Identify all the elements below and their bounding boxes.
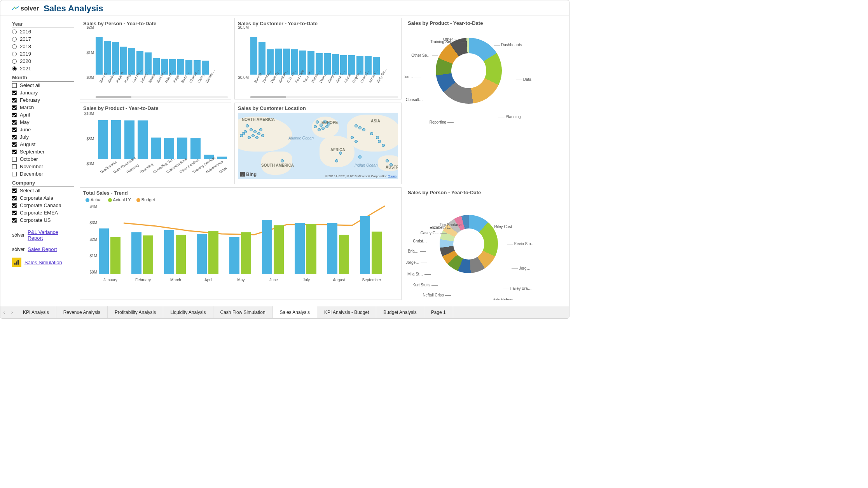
map-point[interactable] xyxy=(351,136,354,139)
map-point[interactable] xyxy=(246,124,249,127)
bar-actual[interactable] xyxy=(327,223,337,274)
map-point[interactable] xyxy=(323,120,327,123)
sheet-tab[interactable]: Liquidity Analysis xyxy=(163,306,213,319)
month-option[interactable]: September xyxy=(12,148,74,155)
bar-actual-ly[interactable] xyxy=(241,232,251,274)
report-link[interactable]: P&L Variance Report xyxy=(28,229,74,241)
sheet-tab[interactable]: Profitability Analysis xyxy=(108,306,163,319)
map-point[interactable] xyxy=(320,124,323,127)
sheet-tab[interactable]: Revenue Analysis xyxy=(56,306,108,319)
map-point[interactable] xyxy=(316,120,319,124)
sheet-tab[interactable]: Cash Flow Simulation xyxy=(213,306,273,319)
map-point[interactable] xyxy=(389,163,393,166)
month-option[interactable]: April xyxy=(12,111,74,119)
bar-actual[interactable] xyxy=(131,232,141,274)
map-point[interactable] xyxy=(281,159,284,162)
map-point[interactable] xyxy=(355,124,358,127)
company-select-all[interactable]: Select all xyxy=(12,187,74,194)
month-option[interactable]: August xyxy=(12,141,74,148)
month-option[interactable]: June xyxy=(12,126,74,133)
month-option[interactable]: July xyxy=(12,133,74,141)
map-point[interactable] xyxy=(253,130,257,133)
bar-actual-ly[interactable] xyxy=(110,237,121,274)
month-select-all[interactable]: Select all xyxy=(12,82,74,89)
bar-actual-ly[interactable] xyxy=(372,232,382,274)
terms-link[interactable]: Terms xyxy=(388,174,396,178)
map-point[interactable] xyxy=(362,128,365,131)
month-option[interactable]: February xyxy=(12,96,74,104)
bar-actual-ly[interactable] xyxy=(143,235,153,274)
bar[interactable] xyxy=(177,138,187,159)
bar[interactable] xyxy=(250,37,257,75)
map-point[interactable] xyxy=(325,125,328,128)
map-point[interactable] xyxy=(248,136,251,139)
sheet-tab[interactable]: Budget Analysis xyxy=(376,306,424,319)
bar[interactable] xyxy=(124,120,134,159)
map-point[interactable] xyxy=(339,152,342,155)
bar-actual[interactable] xyxy=(262,220,272,274)
year-option-2018[interactable]: 2018 xyxy=(12,43,74,50)
bar[interactable] xyxy=(151,138,161,159)
year-option-2020[interactable]: 2020 xyxy=(12,58,74,65)
map-point[interactable] xyxy=(378,140,381,143)
bar-actual[interactable] xyxy=(164,230,174,274)
bar-actual[interactable] xyxy=(295,223,305,274)
tab-next-icon[interactable]: › xyxy=(8,309,16,315)
bar-actual[interactable] xyxy=(197,234,207,274)
bar-actual[interactable] xyxy=(229,237,239,274)
map-point[interactable] xyxy=(261,134,264,137)
sheet-tab[interactable]: Sales Analysis xyxy=(273,306,317,318)
map-point[interactable] xyxy=(376,136,379,139)
month-option[interactable]: December xyxy=(12,170,74,178)
map-point[interactable] xyxy=(318,128,321,131)
bar[interactable] xyxy=(111,120,121,159)
map-point[interactable] xyxy=(257,132,260,135)
map-point[interactable] xyxy=(358,155,362,159)
company-option[interactable]: Corporate EMEA xyxy=(12,209,74,216)
company-option[interactable]: Corporate US xyxy=(12,216,74,224)
month-option[interactable]: October xyxy=(12,155,74,163)
year-option-2021[interactable]: 2021 xyxy=(12,65,74,72)
map-point[interactable] xyxy=(251,134,255,137)
bar-actual[interactable] xyxy=(99,228,109,274)
bar-actual-ly[interactable] xyxy=(339,235,349,274)
report-link[interactable]: Sales Simulation xyxy=(24,260,62,265)
year-option-2019[interactable]: 2019 xyxy=(12,50,74,58)
map-point[interactable] xyxy=(386,159,389,162)
map-point[interactable] xyxy=(259,128,262,131)
bar-actual-ly[interactable] xyxy=(274,225,284,274)
year-option-2016[interactable]: 2016 xyxy=(12,28,74,35)
map-point[interactable] xyxy=(255,136,258,139)
tab-prev-icon[interactable]: ‹ xyxy=(0,309,8,315)
month-option[interactable]: November xyxy=(12,163,74,170)
bar-actual-ly[interactable] xyxy=(176,235,186,274)
bar[interactable] xyxy=(98,120,108,159)
bar[interactable] xyxy=(190,138,201,159)
report-link[interactable]: Sales Report xyxy=(28,246,57,252)
company-option[interactable]: Corporate Asia xyxy=(12,194,74,202)
sheet-tab[interactable]: Page 1 xyxy=(424,306,453,319)
company-option[interactable]: Corporate Canada xyxy=(12,202,74,209)
bar[interactable] xyxy=(96,37,103,75)
map-point[interactable] xyxy=(382,144,385,147)
map-point[interactable] xyxy=(355,140,358,143)
bar-actual-ly[interactable] xyxy=(208,231,218,274)
map-point[interactable] xyxy=(370,132,373,135)
map-point[interactable] xyxy=(240,134,243,137)
map-point[interactable] xyxy=(250,128,253,131)
map-point[interactable] xyxy=(321,127,325,130)
bar[interactable] xyxy=(138,120,148,159)
map-point[interactable] xyxy=(358,126,362,129)
bar[interactable] xyxy=(217,157,227,159)
scrollbar[interactable] xyxy=(96,96,228,98)
year-option-2017[interactable]: 2017 xyxy=(12,35,74,43)
sheet-tab[interactable]: KPI Analysis xyxy=(16,306,56,319)
bar-actual[interactable] xyxy=(360,216,370,274)
month-option[interactable]: May xyxy=(12,119,74,126)
month-option[interactable]: January xyxy=(12,89,74,96)
scrollbar[interactable] xyxy=(250,96,398,98)
sheet-tab[interactable]: KPI Analysis - Budget xyxy=(317,306,376,319)
map-point[interactable] xyxy=(335,159,338,162)
map-point[interactable] xyxy=(314,125,317,128)
bar-actual-ly[interactable] xyxy=(306,224,316,274)
